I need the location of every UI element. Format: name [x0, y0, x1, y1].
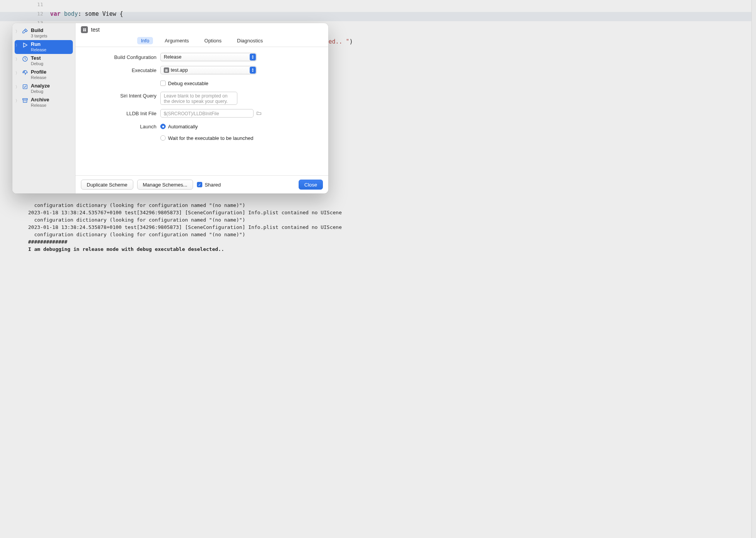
tab-options[interactable]: Options: [200, 37, 225, 44]
scheme-action-sidebar: 〉 Build 3 targets 〉 Run Release 〉: [12, 23, 76, 193]
sidebar-item-build[interactable]: 〉 Build 3 targets: [15, 26, 73, 40]
tab-arguments[interactable]: Arguments: [161, 37, 193, 44]
duplicate-scheme-button[interactable]: Duplicate Scheme: [81, 180, 133, 190]
sidebar-item-test[interactable]: 〉 Test Debug: [15, 54, 73, 68]
debug-executable-checkbox[interactable]: [160, 81, 166, 86]
chevron-right-icon: 〉: [15, 55, 19, 62]
scheme-main-panel: test Info Arguments Options Diagnostics …: [76, 23, 328, 193]
scheme-editor-dialog: 〉 Build 3 targets 〉 Run Release 〉: [12, 23, 328, 193]
folder-icon[interactable]: [256, 111, 262, 116]
chevron-right-icon: 〉: [15, 69, 19, 76]
executable-value: test.app: [171, 67, 188, 73]
sidebar-item-profile[interactable]: 〉 Profile Release: [15, 68, 73, 82]
dialog-footer: Duplicate Scheme Manage Schemes... ✓ Sha…: [76, 175, 328, 193]
wrench-icon: [22, 55, 29, 62]
archive-icon: [22, 97, 29, 104]
sidebar-item-label: Archive: [31, 97, 49, 103]
chevron-right-icon: 〉: [15, 27, 19, 34]
debug-executable-label: Debug executable: [168, 81, 208, 86]
hammer-icon: [22, 28, 29, 35]
launch-wait-radio[interactable]: [160, 135, 166, 141]
scheme-header: test: [76, 23, 328, 35]
lldb-init-label: LLDB Init File: [83, 111, 156, 116]
build-configuration-label: Build Configuration: [83, 54, 156, 60]
sidebar-item-sub: Release: [31, 47, 46, 53]
info-form: Build Configuration Release ▲▼ Executabl…: [76, 47, 328, 175]
analyze-icon: [22, 83, 29, 90]
siri-intent-label: Siri Intent Query: [83, 92, 156, 99]
launch-auto-label: Automatically: [168, 124, 198, 129]
svg-marker-0: [24, 43, 27, 47]
sidebar-item-label: Analyze: [31, 83, 50, 89]
manage-schemes-button[interactable]: Manage Schemes...: [137, 180, 193, 190]
shared-checkbox[interactable]: ✓: [197, 182, 202, 187]
app-mini-icon: ▦: [164, 67, 169, 73]
siri-intent-input[interactable]: Leave blank to be prompted on the device…: [160, 92, 237, 105]
scheme-name: test: [91, 27, 100, 33]
tab-diagnostics[interactable]: Diagnostics: [233, 37, 267, 44]
executable-select[interactable]: ▦ test.app ▲▼: [160, 66, 257, 74]
chevron-right-icon: 〉: [15, 41, 19, 48]
sidebar-item-label: Build: [31, 27, 47, 33]
sidebar-item-run[interactable]: 〉 Run Release: [15, 40, 73, 54]
sidebar-item-sub: Debug: [31, 89, 50, 94]
sidebar-item-sub: Release: [31, 75, 46, 81]
shared-label: Shared: [205, 182, 221, 188]
build-configuration-select[interactable]: Release ▲▼: [160, 53, 257, 61]
sidebar-item-archive[interactable]: 〉 Archive Release: [15, 96, 73, 109]
tab-info[interactable]: Info: [137, 37, 153, 44]
gauge-icon: [22, 69, 29, 76]
sidebar-item-sub: Release: [31, 103, 49, 108]
sidebar-item-label: Test: [31, 55, 43, 61]
app-icon: [81, 26, 88, 33]
executable-label: Executable: [83, 67, 156, 73]
sidebar-item-label: Run: [31, 41, 46, 47]
sidebar-item-sub: 3 targets: [31, 33, 47, 39]
scheme-tabbar: Info Arguments Options Diagnostics: [76, 35, 328, 47]
updown-icon: ▲▼: [250, 67, 256, 74]
updown-icon: ▲▼: [250, 54, 256, 61]
chevron-right-icon: 〉: [15, 83, 19, 90]
sidebar-item-label: Profile: [31, 69, 46, 75]
close-button[interactable]: Close: [299, 180, 323, 190]
lldb-init-input[interactable]: $(SRCROOT)/LLDBInitFile: [160, 109, 254, 118]
launch-wait-label: Wait for the executable to be launched: [168, 135, 253, 141]
build-configuration-value: Release: [164, 54, 181, 60]
sidebar-item-sub: Debug: [31, 61, 43, 67]
svg-rect-3: [23, 99, 27, 100]
chevron-right-icon: 〉: [15, 97, 19, 104]
sidebar-item-analyze[interactable]: 〉 Analyze Debug: [15, 82, 73, 96]
launch-label: Launch: [83, 124, 156, 129]
launch-auto-radio[interactable]: [160, 124, 166, 129]
play-icon: [22, 42, 29, 49]
